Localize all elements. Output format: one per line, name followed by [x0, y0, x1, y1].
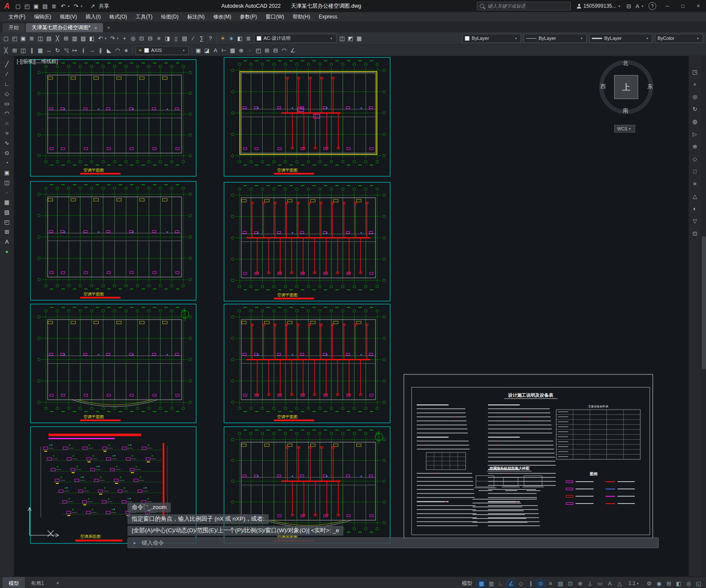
region-icon[interactable]: ◰	[254, 46, 263, 54]
layout1-tab[interactable]: 布局1	[25, 577, 50, 588]
plot-style-combo[interactable]: ByColor	[655, 34, 703, 43]
menu-format[interactable]: 格式(O)	[105, 12, 131, 21]
object-snap-icon[interactable]: ⊙	[536, 579, 545, 588]
save-as-icon[interactable]: ▤	[41, 2, 49, 10]
layer-plot-icon[interactable]: ≣	[244, 34, 253, 42]
viewcube-west-label[interactable]: 西	[600, 83, 606, 90]
menu-file[interactable]: 文件(F)	[4, 12, 30, 21]
viewport-controls-label[interactable]: [-][俯视][二维线框]	[17, 58, 58, 65]
ellipse-arc-icon[interactable]: ◔	[2, 158, 12, 167]
selection-cycling-icon[interactable]: ⊡	[565, 579, 575, 588]
chamfer-icon[interactable]: ◣	[105, 46, 113, 54]
model-space-button[interactable]: 模型	[458, 580, 476, 587]
command-options-line[interactable]: [全部(A)/中心(C)/动态(D)/范围(E)/上一个(P)/比例(S)/窗口…	[127, 526, 343, 536]
redo-icon-caret[interactable]	[117, 36, 120, 40]
viewcube-south-label[interactable]: 南	[623, 107, 628, 115]
design-center-icon[interactable]: ◨	[163, 34, 172, 42]
ellipse-icon[interactable]: ⊙	[2, 148, 12, 157]
group-icon[interactable]: ⊞	[263, 46, 271, 54]
selection-icon[interactable]: ⊡	[691, 229, 699, 238]
construction-line-icon[interactable]: ∕	[2, 69, 12, 78]
command-input[interactable]: ▸ 键入命令	[127, 537, 659, 548]
vertical-scrollbar[interactable]	[701, 56, 706, 576]
layer-control-combo[interactable]: AC-设计说明	[254, 34, 336, 43]
lineweight-icon[interactable]: ≡	[545, 579, 555, 588]
annotation-scale-button[interactable]: 1:1	[625, 580, 643, 586]
layer-lock-icon[interactable]: ◧	[236, 34, 244, 42]
drawing-canvas[interactable]: 空调平面图空调平面图空调平面图空调平面图空调平面图空调平面图空调系统图空调平面图…	[14, 56, 688, 576]
wcs-dropdown[interactable]: WCS	[614, 125, 635, 133]
lineweight-control-combo[interactable]: ByLayer	[589, 34, 652, 43]
quick-properties-icon[interactable]: ⊞	[664, 579, 674, 588]
line-icon[interactable]: ╱	[2, 60, 12, 69]
polyline-icon[interactable]: ∟	[2, 79, 12, 88]
redo-icon-caret[interactable]	[81, 4, 84, 8]
layer-properties-manager-icon[interactable]: ▦	[355, 34, 364, 42]
close-tab-icon[interactable]: ×	[94, 25, 97, 30]
arc-icon[interactable]: ◠	[2, 109, 12, 118]
redo-icon[interactable]: ↷	[108, 34, 117, 42]
viewcube-top-face[interactable]: 上	[614, 75, 638, 99]
ungroup-icon[interactable]: ⊟	[271, 46, 280, 54]
scale-icon[interactable]: ◹	[62, 46, 70, 54]
fillet-icon[interactable]: ◠	[113, 46, 122, 54]
share-button[interactable]: ↗ 共享	[88, 2, 109, 10]
model-tab[interactable]: 模型	[3, 577, 25, 588]
layer-freeze-icon[interactable]: ∗	[227, 34, 236, 42]
point-style-icon[interactable]: ∙	[245, 46, 254, 54]
gradient-icon[interactable]: ▨	[2, 208, 12, 217]
cart-icon[interactable]: ⊟	[624, 2, 633, 10]
mirror-icon[interactable]: ◫	[19, 46, 27, 54]
snap-mode-icon[interactable]: ▥	[486, 579, 496, 588]
linetype-control-combo[interactable]: ByLayer	[524, 34, 587, 43]
polygon-icon[interactable]: ◇	[2, 89, 12, 98]
plot-icon[interactable]: ≣	[50, 2, 58, 10]
block-editor-icon[interactable]: ◧	[88, 34, 96, 42]
save-icon[interactable]: ▣	[19, 34, 27, 42]
menu-view[interactable]: 视图(V)	[55, 12, 81, 21]
match-properties-icon[interactable]: ▨	[79, 34, 88, 42]
circle-icon[interactable]: ○	[2, 119, 12, 128]
menu-draw[interactable]: 绘图(D)	[157, 12, 183, 21]
spline-icon[interactable]: ∿	[2, 139, 12, 148]
3d-osnap-icon[interactable]: ⊕	[575, 579, 585, 588]
undo-icon-caret[interactable]	[68, 4, 71, 8]
tab-document[interactable]: 天津某七层办公楼空调图* ×	[26, 23, 103, 32]
menu-edit[interactable]: 编辑(E)	[30, 12, 55, 21]
undo-icon-caret[interactable]	[105, 36, 108, 40]
point-style-icon[interactable]: ●	[2, 247, 12, 256]
sheet-set-manager-icon[interactable]: ▤	[180, 34, 189, 42]
table-icon[interactable]: ⊞	[2, 227, 12, 236]
wireframe-icon[interactable]: ▽	[691, 217, 699, 225]
bring-to-front-icon[interactable]: ◪	[203, 46, 211, 54]
paste-icon[interactable]: ▥	[70, 34, 79, 42]
undo-icon[interactable]: ↶	[96, 34, 105, 42]
tab-start[interactable]: 开始	[3, 23, 25, 32]
trim-icon[interactable]: ∤	[79, 46, 88, 54]
plot-icon[interactable]: ≣	[27, 34, 36, 42]
new-layout-button[interactable]: +	[50, 577, 65, 588]
pan-icon[interactable]: +	[691, 80, 699, 88]
zoom-extents-icon[interactable]: ◎	[691, 92, 699, 101]
lock-ui-icon[interactable]: ◧	[674, 579, 684, 588]
measure-icon[interactable]: ◠	[280, 46, 288, 54]
stretch-icon[interactable]: ↦	[70, 46, 79, 54]
offset-icon[interactable]: ∥	[27, 46, 36, 54]
autoscale-icon[interactable]: △	[615, 579, 624, 588]
scrollbar-thumb[interactable]	[702, 236, 706, 369]
dynamic-ucs-icon[interactable]: ⊥	[585, 579, 595, 588]
open-file-icon[interactable]: ◰	[23, 2, 31, 10]
copy-object-icon[interactable]: ⊞	[10, 46, 19, 54]
menu-window[interactable]: 窗口(W)	[261, 12, 288, 21]
help-icon[interactable]: ?	[648, 2, 656, 10]
isodraft-icon[interactable]: ◇	[516, 579, 526, 588]
osnap-tracking-icon[interactable]: ∥	[526, 579, 536, 588]
help-icon[interactable]: ?	[206, 34, 215, 42]
menu-modify[interactable]: 修改(M)	[209, 12, 236, 21]
tool-palettes-icon[interactable]: ▯	[172, 34, 180, 42]
transparency-icon[interactable]: ▨	[555, 579, 565, 588]
grid-icon[interactable]: ▦	[476, 579, 486, 588]
menu-insert[interactable]: 插入(I)	[81, 12, 105, 21]
erase-icon[interactable]: ╳	[2, 46, 10, 54]
viewcube[interactable]: 上 北 南 西 东	[598, 59, 654, 115]
